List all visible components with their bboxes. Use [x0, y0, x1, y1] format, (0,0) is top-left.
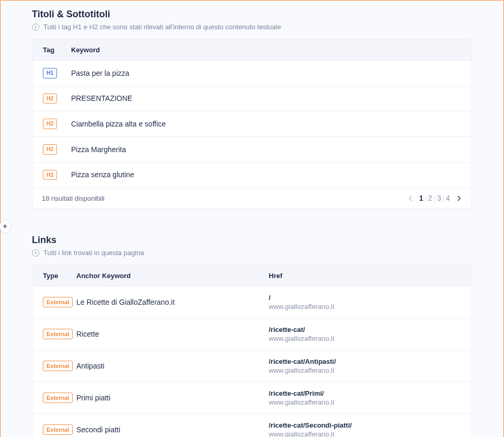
keyword-cell: Pizza senza glutine	[71, 170, 461, 179]
headings-table: Tag Keyword H1Pasta per la pizzaH2PRESEN…	[32, 39, 472, 209]
headings-pagination: 1|2|3|4	[407, 193, 462, 203]
href-cell[interactable]: /ricette-cat/Primi/www.giallozafferano.i…	[269, 389, 461, 406]
keyword-cell: Ciambella pizza alta e soffice	[71, 120, 461, 128]
table-row: ExternalLe Ricette di GialloZafferano.it…	[32, 286, 472, 318]
href-domain: www.giallozafferano.it	[269, 335, 461, 342]
page-number-2[interactable]: 2	[427, 193, 434, 203]
anchor-cell: Le Ricette di GialloZafferano.it	[76, 298, 269, 306]
table-row: ExternalRicette/ricette-cat/www.gialloza…	[32, 318, 472, 350]
keyword-cell: Pasta per la pizza	[71, 69, 461, 77]
href-domain: www.giallozafferano.it	[269, 366, 461, 374]
headings-title: Titoli & Sottotitoli	[32, 9, 472, 20]
table-row: H2Ciambella pizza alta e soffice	[32, 111, 472, 137]
table-row: H2Pizza senza glutine	[32, 163, 472, 188]
table-row: ExternalPrimi piatti/ricette-cat/Primi/w…	[32, 382, 472, 414]
col-header-tag: Tag	[43, 46, 71, 54]
anchor-cell: Ricette	[76, 330, 269, 338]
section-divider	[32, 222, 472, 222]
table-row: ExternalAntipasti/ricette-cat/Antipasti/…	[32, 350, 472, 382]
external-badge: External	[43, 329, 73, 339]
href-domain: www.giallozafferano.it	[269, 398, 461, 406]
href-path: /	[269, 294, 461, 302]
href-cell[interactable]: /ricette-cat/Antipasti/www.giallozaffera…	[269, 358, 461, 374]
page-number-3[interactable]: 3	[436, 193, 443, 203]
type-cell: External	[43, 424, 76, 435]
page-next-button[interactable]	[455, 193, 462, 203]
type-cell: External	[43, 393, 76, 403]
info-icon: i	[32, 249, 39, 257]
external-badge: External	[43, 424, 73, 435]
headings-section: Titoli & Sottotitoli i Tutti i tag H1 e …	[32, 9, 472, 209]
links-table-header: Type Anchor Keyword Href	[32, 266, 472, 286]
href-domain: www.giallozafferano.it	[269, 430, 461, 437]
tag-badge: H2	[43, 170, 57, 180]
tag-cell: H2	[43, 144, 71, 155]
links-subtitle-text: Tutti i link trovati in questa pagina	[43, 249, 144, 257]
keyword-cell: Pizza Margherita	[71, 145, 461, 154]
col-header-type: Type	[43, 272, 76, 280]
type-cell: External	[43, 297, 76, 307]
page-number-1[interactable]: 1	[418, 193, 425, 203]
href-cell[interactable]: /ricette-cat/www.giallozafferano.it	[269, 326, 461, 342]
table-row: H2PRESENTAZIONE	[32, 86, 472, 112]
tag-badge: H2	[43, 94, 57, 104]
tag-badge: H2	[43, 144, 57, 155]
table-row: H2Pizza Margherita	[32, 137, 472, 163]
type-cell: External	[43, 329, 76, 339]
links-table: Type Anchor Keyword Href ExternalLe Rice…	[32, 265, 472, 437]
tag-cell: H2	[43, 170, 71, 180]
col-header-anchor: Anchor Keyword	[76, 272, 269, 280]
href-path: /ricette-cat/Secondi-piatti/	[269, 421, 461, 429]
page-prev-button[interactable]	[407, 193, 415, 203]
keyword-cell: PRESENTAZIONE	[71, 94, 461, 102]
href-path: /ricette-cat/Antipasti/	[269, 358, 461, 365]
table-row: ExternalSecondi piatti/ricette-cat/Secon…	[32, 414, 472, 437]
external-badge: External	[43, 297, 73, 307]
tag-badge: H2	[43, 119, 57, 129]
col-header-href: Href	[269, 272, 461, 280]
headings-subtitle-text: Tutti i tag H1 e H2 che sono stati rilev…	[43, 23, 281, 31]
tag-cell: H2	[43, 94, 71, 104]
href-path: /ricette-cat/Primi/	[269, 389, 461, 397]
headings-table-footer: 18 risultati disponibili 1|2|3|4	[32, 187, 472, 209]
col-header-keyword: Keyword	[71, 46, 461, 54]
href-domain: www.giallozafferano.it	[269, 303, 461, 310]
links-section: Links i Tutti i link trovati in questa p…	[32, 235, 472, 437]
info-icon: i	[32, 24, 39, 31]
anchor-cell: Primi piatti	[76, 394, 269, 402]
tag-cell: H2	[43, 119, 71, 129]
headings-results-count: 18 risultati disponibili	[42, 194, 105, 202]
href-cell[interactable]: /www.giallozafferano.it	[269, 294, 461, 310]
table-row: H1Pasta per la pizza	[32, 61, 472, 86]
tag-cell: H1	[43, 68, 71, 78]
external-badge: External	[43, 361, 73, 371]
links-title: Links	[32, 235, 472, 246]
external-badge: External	[43, 393, 73, 403]
side-toggle-button[interactable]	[0, 220, 11, 233]
href-path: /ricette-cat/	[269, 326, 461, 334]
anchor-cell: Antipasti	[76, 362, 269, 370]
headings-subtitle: i Tutti i tag H1 e H2 che sono stati ril…	[32, 23, 472, 31]
links-subtitle: i Tutti i link trovati in questa pagina	[32, 249, 472, 257]
href-cell[interactable]: /ricette-cat/Secondi-piatti/www.gialloza…	[269, 421, 461, 437]
headings-table-header: Tag Keyword	[32, 40, 472, 61]
type-cell: External	[43, 361, 76, 371]
tag-badge: H1	[43, 68, 57, 78]
anchor-cell: Secondi piatti	[76, 426, 269, 434]
page-number-4[interactable]: 4	[444, 193, 452, 203]
